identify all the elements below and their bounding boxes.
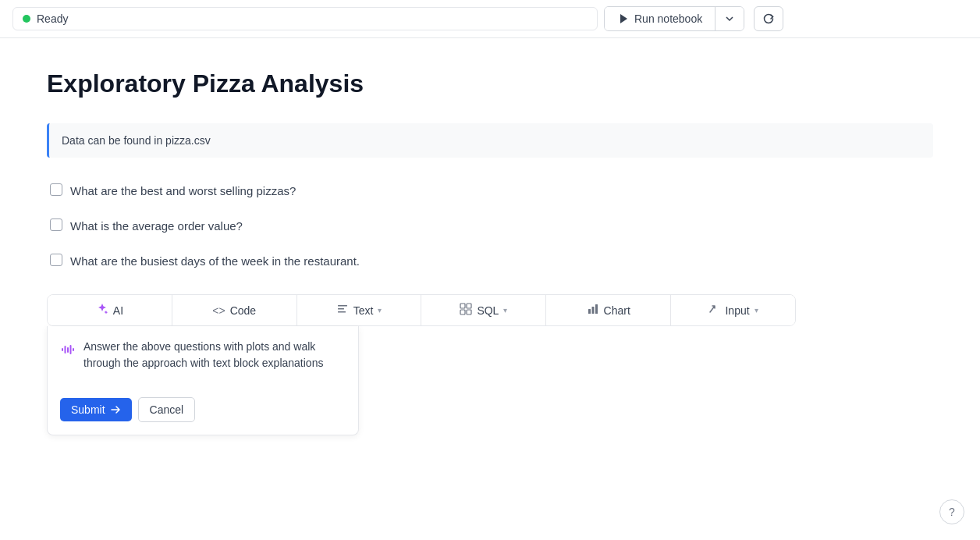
svg-rect-5	[467, 304, 471, 308]
svg-rect-11	[62, 348, 63, 351]
text-dropdown-icon: ▾	[378, 306, 382, 314]
checkbox-1[interactable]	[50, 183, 62, 196]
svg-rect-15	[73, 348, 74, 351]
ai-actions: Submit Cancel	[60, 397, 346, 422]
refresh-button[interactable]	[754, 6, 783, 31]
input-dropdown-icon: ▾	[755, 306, 758, 314]
svg-rect-10	[595, 304, 598, 314]
checkbox-2[interactable]	[50, 218, 62, 231]
checklist: What are the best and worst selling pizz…	[47, 183, 933, 269]
submit-label: Submit	[71, 403, 105, 416]
svg-rect-12	[65, 346, 66, 353]
tab-input-label: Input	[725, 304, 749, 317]
chevron-down-icon	[723, 12, 736, 25]
svg-rect-8	[588, 309, 591, 314]
run-btn-group: Run notebook	[604, 6, 744, 31]
ai-panel: Answer the above questions with plots an…	[47, 326, 359, 435]
run-dropdown-button[interactable]	[715, 7, 744, 30]
sql-dropdown-icon: ▾	[503, 306, 507, 314]
ai-icon	[96, 303, 108, 318]
tab-input[interactable]: Input ▾	[671, 295, 795, 325]
page-title: Exploratory Pizza Analysis	[47, 69, 933, 98]
chart-icon	[587, 303, 599, 318]
svg-rect-4	[460, 304, 465, 308]
input-icon	[708, 303, 720, 318]
submit-button[interactable]: Submit	[60, 398, 132, 421]
cancel-label: Cancel	[150, 403, 184, 416]
cancel-button[interactable]: Cancel	[138, 397, 196, 422]
status-text: Ready	[37, 12, 68, 25]
check-item-1: What are the best and worst selling pizz…	[50, 183, 933, 199]
svg-rect-14	[70, 345, 72, 354]
info-text: Data can be found in pizza.csv	[62, 134, 211, 147]
text-icon	[336, 303, 349, 318]
code-icon: <>	[212, 304, 225, 317]
ai-prompt-input[interactable]: Answer the above questions with plots an…	[83, 339, 346, 388]
tab-chart-label: Chart	[604, 304, 630, 317]
check-label-1: What are the best and worst selling pizz…	[70, 183, 296, 199]
svg-rect-7	[467, 310, 471, 314]
tab-ai-label: AI	[113, 304, 123, 317]
play-icon	[617, 12, 630, 25]
enter-icon	[110, 404, 121, 415]
sql-icon	[460, 303, 472, 318]
cell-type-toolbar: AI <> Code Text ▾	[47, 294, 796, 326]
status-pill: Ready	[12, 7, 598, 30]
refresh-icon	[762, 12, 775, 25]
tab-code-label: Code	[230, 304, 256, 317]
check-label-2: What is the average order value?	[70, 218, 243, 234]
check-label-3: What are the busiest days of the week in…	[70, 253, 360, 269]
run-notebook-label: Run notebook	[634, 12, 702, 25]
svg-rect-9	[591, 307, 594, 314]
svg-rect-3	[338, 311, 346, 313]
svg-rect-6	[460, 310, 465, 314]
ai-input-row: Answer the above questions with plots an…	[60, 339, 346, 388]
tab-code[interactable]: <> Code	[172, 295, 297, 325]
main-content: Exploratory Pizza Analysis Data can be f…	[0, 38, 980, 467]
top-bar: Ready Run notebook	[0, 0, 980, 38]
svg-rect-2	[338, 308, 344, 310]
svg-marker-0	[620, 14, 627, 23]
checkbox-3[interactable]	[50, 254, 62, 266]
ai-wave-icon	[60, 342, 76, 360]
tab-text-label: Text	[353, 304, 374, 317]
tab-chart[interactable]: Chart	[546, 295, 671, 325]
status-dot	[23, 15, 30, 23]
svg-rect-13	[67, 347, 69, 353]
tab-sql-label: SQL	[477, 304, 499, 317]
tab-ai[interactable]: AI	[48, 295, 172, 325]
run-notebook-button[interactable]: Run notebook	[605, 7, 715, 30]
tab-text[interactable]: Text ▾	[297, 295, 422, 325]
svg-rect-1	[338, 305, 347, 307]
check-item-3: What are the busiest days of the week in…	[50, 253, 933, 269]
tab-sql[interactable]: SQL ▾	[421, 295, 546, 325]
info-block: Data can be found in pizza.csv	[47, 123, 933, 158]
check-item-2: What is the average order value?	[50, 218, 933, 234]
